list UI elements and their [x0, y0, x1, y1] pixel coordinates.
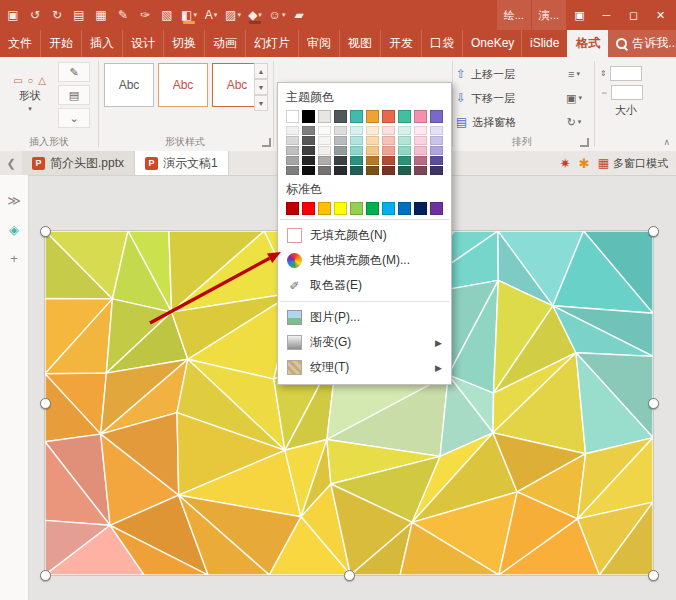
theme-tint-swatch[interactable] [286, 156, 299, 165]
theme-tint-swatch[interactable] [430, 136, 443, 145]
theme-tint-swatch[interactable] [302, 156, 315, 165]
theme-tint-swatch[interactable] [366, 126, 379, 135]
close-button[interactable]: ✕ [647, 0, 674, 30]
standard-color-swatch-2[interactable] [302, 202, 315, 215]
theme-tint-swatch[interactable] [414, 156, 427, 165]
menu-item-eyedropper[interactable]: ✐取色器(E) [278, 273, 451, 298]
style-scroll-up-button[interactable]: ▲ [254, 63, 268, 79]
theme-tint-swatch[interactable] [334, 136, 347, 145]
standard-color-swatch-1[interactable] [286, 202, 299, 215]
selection-handle[interactable] [648, 398, 659, 409]
width-spinner[interactable]: ⇔ [600, 84, 652, 100]
selection-handle[interactable] [648, 570, 659, 581]
smiley-icon[interactable]: ☺▾ [266, 3, 288, 27]
collapse-ribbon-button[interactable]: ∧ [663, 137, 670, 147]
shape-style-preview-1[interactable]: Abc [104, 63, 154, 107]
standard-color-swatch-10[interactable] [430, 202, 443, 215]
shapes-icon[interactable]: ◆▾ [244, 3, 266, 27]
theme-tint-swatch[interactable] [414, 126, 427, 135]
edit-shape-button[interactable]: ✎ [58, 62, 90, 82]
theme-tint-swatch[interactable] [398, 126, 411, 135]
theme-tint-swatch[interactable] [318, 146, 331, 155]
settings-gear-icon[interactable]: ✱ [579, 156, 590, 171]
standard-color-swatch-3[interactable] [318, 202, 331, 215]
theme-tint-swatch[interactable] [382, 166, 395, 175]
add-icon[interactable]: + [10, 251, 18, 266]
theme-color-swatch-8[interactable] [398, 110, 411, 123]
width-input[interactable] [611, 85, 643, 100]
height-input[interactable] [610, 66, 642, 81]
rotate-button[interactable]: ↻▾ [556, 112, 592, 132]
theme-tint-swatch[interactable] [382, 126, 395, 135]
theme-tint-swatch[interactable] [286, 166, 299, 175]
theme-color-swatch-9[interactable] [414, 110, 427, 123]
theme-tint-swatch[interactable] [302, 166, 315, 175]
shapes-gallery-button[interactable]: ▭ ○ △ 形状 ▾ [6, 62, 54, 126]
theme-tint-swatch[interactable] [350, 166, 363, 175]
theme-color-swatch-10[interactable] [430, 110, 443, 123]
theme-tint-swatch[interactable] [318, 156, 331, 165]
ribbon-tab-幻灯片[interactable]: 幻灯片 [245, 30, 298, 57]
theme-tint-swatch[interactable] [350, 136, 363, 145]
theme-color-swatch-6[interactable] [366, 110, 379, 123]
theme-tint-swatch[interactable] [334, 146, 347, 155]
selection-handle[interactable] [40, 226, 51, 237]
table-icon[interactable]: ▦ [90, 3, 112, 27]
theme-tint-swatch[interactable] [414, 166, 427, 175]
standard-color-swatch-4[interactable] [334, 202, 347, 215]
theme-color-swatch-5[interactable] [350, 110, 363, 123]
theme-tint-swatch[interactable] [382, 146, 395, 155]
picture-icon[interactable]: ▨▾ [222, 3, 244, 27]
theme-tint-swatch[interactable] [430, 126, 443, 135]
theme-tint-swatch[interactable] [366, 166, 379, 175]
text-box-button[interactable]: ▤ [58, 85, 90, 105]
theme-tint-swatch[interactable] [398, 156, 411, 165]
context-tab-presentation[interactable]: 演... [532, 0, 566, 30]
theme-tint-swatch[interactable] [286, 126, 299, 135]
menu-item-gradient[interactable]: 渐变(G)▶ [278, 330, 451, 355]
selection-handle[interactable] [648, 226, 659, 237]
send-backward-button[interactable]: ⇩下移一层 [456, 88, 515, 108]
theme-color-swatch-3[interactable] [318, 110, 331, 123]
save-icon[interactable]: ▣ [2, 3, 24, 27]
selection-pane-button[interactable]: ▤选择窗格 [456, 112, 516, 132]
shape-style-preview-2[interactable]: Abc [158, 63, 208, 107]
selection-handle[interactable] [344, 570, 355, 581]
ribbon-tab-设计[interactable]: 设计 [122, 30, 163, 57]
theme-tint-swatch[interactable] [286, 146, 299, 155]
ribbon-display-options-button[interactable]: ▣ [566, 0, 593, 30]
theme-tint-swatch[interactable] [334, 156, 347, 165]
theme-tint-swatch[interactable] [414, 146, 427, 155]
theme-tint-swatch[interactable] [350, 156, 363, 165]
style-scroll-down-button[interactable]: ▼ [254, 79, 268, 95]
document-tab-演示文稿1[interactable]: P演示文稿1 [135, 151, 229, 175]
theme-tint-swatch[interactable] [350, 146, 363, 155]
standard-color-swatch-6[interactable] [366, 202, 379, 215]
theme-tint-swatch[interactable] [366, 156, 379, 165]
theme-color-swatch-1[interactable] [286, 110, 299, 123]
plugin-star-icon[interactable]: ✷ [560, 156, 571, 171]
theme-tint-swatch[interactable] [286, 136, 299, 145]
menu-item-picture[interactable]: 图片(P)... [278, 305, 451, 330]
theme-tint-swatch[interactable] [366, 136, 379, 145]
align-button[interactable]: ≡▾ [556, 64, 592, 84]
theme-color-swatch-4[interactable] [334, 110, 347, 123]
theme-tint-swatch[interactable] [318, 136, 331, 145]
theme-color-swatch-2[interactable] [302, 110, 315, 123]
standard-color-swatch-7[interactable] [382, 202, 395, 215]
new-slide-icon[interactable]: ▤ [68, 3, 90, 27]
theme-tint-swatch[interactable] [350, 126, 363, 135]
pen-icon[interactable]: ✎ [112, 3, 134, 27]
menu-item-texture[interactable]: 纹理(T)▶ [278, 355, 451, 380]
restore-button[interactable]: ◻ [620, 0, 647, 30]
ribbon-tab-动画[interactable]: 动画 [204, 30, 245, 57]
theme-tint-swatch[interactable] [382, 156, 395, 165]
shape-styles-dialog-launcher[interactable] [262, 138, 271, 147]
ribbon-tab-iSlide[interactable]: iSlide [521, 30, 567, 57]
theme-tint-swatch[interactable] [414, 136, 427, 145]
undo-icon[interactable]: ↺ [24, 3, 46, 27]
ribbon-tab-OneKey[interactable]: OneKey [462, 30, 521, 57]
selection-handle[interactable] [40, 570, 51, 581]
theme-tint-swatch[interactable] [430, 166, 443, 175]
brush-icon[interactable]: ✑ [134, 3, 156, 27]
